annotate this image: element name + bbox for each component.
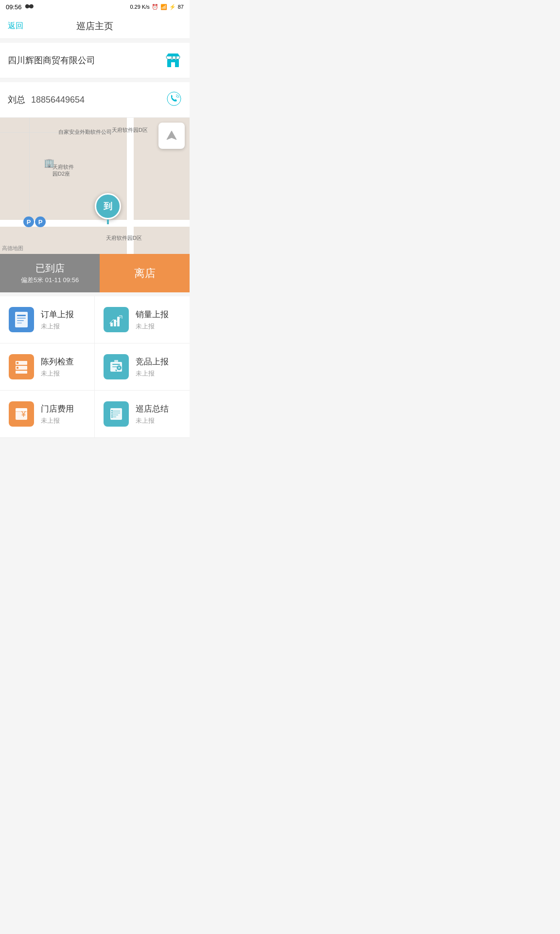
status-left: 09:56 bbox=[6, 3, 35, 11]
display-check-text: 陈列检查 未上报 bbox=[41, 356, 74, 378]
menu-item-order-report[interactable]: 订单上报 未上报 bbox=[0, 296, 95, 343]
order-report-status: 未上报 bbox=[41, 322, 74, 331]
leave-button[interactable]: 离店 bbox=[100, 254, 190, 292]
map-pin: 到 bbox=[95, 193, 121, 224]
menu-grid: 订单上报 未上报 销量上报 未上报 bbox=[0, 296, 190, 438]
svg-rect-10 bbox=[117, 317, 120, 326]
wifi-icon: 📶 bbox=[160, 4, 167, 10]
sales-icon bbox=[104, 307, 129, 332]
arrived-sub: 偏差5米 01-11 09:56 bbox=[5, 276, 95, 285]
svg-rect-13 bbox=[16, 371, 27, 374]
svg-rect-27 bbox=[110, 408, 122, 420]
svg-rect-34 bbox=[111, 414, 113, 416]
menu-item-tour-summary[interactable]: 巡店总结 未上报 bbox=[95, 391, 190, 438]
order-icon bbox=[9, 307, 34, 332]
display-icon bbox=[9, 354, 34, 379]
pin-tail bbox=[107, 219, 109, 224]
fee-icon: ¥ bbox=[9, 401, 34, 427]
parking-icon-2: P bbox=[35, 216, 46, 227]
back-button[interactable]: 返回 bbox=[8, 21, 23, 31]
order-report-text: 订单上报 未上报 bbox=[41, 309, 74, 331]
map-background: 天府软件园D区 自家安业外勤软件公司 天府软件园D2座 天府软件园D区 🏢 到 … bbox=[0, 118, 190, 254]
svg-rect-15 bbox=[17, 367, 18, 369]
tour-summary-text: 巡店总结 未上报 bbox=[136, 403, 169, 425]
shop-icon[interactable] bbox=[164, 52, 182, 69]
call-icon[interactable] bbox=[166, 91, 182, 108]
building-icon: 🏢 bbox=[44, 158, 54, 168]
sales-report-status: 未上报 bbox=[136, 322, 169, 331]
clock-icon: ⏰ bbox=[152, 4, 158, 10]
infinity-icon bbox=[25, 4, 35, 10]
parking-icon: P bbox=[23, 216, 34, 227]
order-report-label: 订单上报 bbox=[41, 309, 74, 320]
status-right: 0.29 K/s ⏰ 📶 ⚡ 87 bbox=[130, 4, 184, 10]
svg-rect-6 bbox=[17, 320, 24, 321]
arrived-title: 已到店 bbox=[5, 262, 95, 275]
competitor-report-label: 竞品上报 bbox=[136, 356, 169, 367]
tour-summary-label: 巡店总结 bbox=[136, 403, 169, 414]
svg-point-2 bbox=[167, 92, 181, 106]
svg-rect-4 bbox=[17, 315, 26, 316]
tour-summary-status: 未上报 bbox=[136, 416, 169, 425]
svg-rect-35 bbox=[111, 416, 113, 418]
map-container: 天府软件园D区 自家安业外勤软件公司 天府软件园D2座 天府软件园D区 🏢 到 … bbox=[0, 118, 190, 254]
menu-item-competitor-report[interactable]: 竞品上报 未上报 bbox=[95, 343, 190, 391]
svg-rect-26 bbox=[16, 411, 27, 412]
signal-icon: ⚡ bbox=[169, 4, 176, 10]
svg-rect-5 bbox=[17, 318, 26, 319]
map-label-tianfu-d: 天府软件园D区 bbox=[112, 126, 148, 134]
contact-row: 刘总 18856449654 bbox=[8, 94, 85, 106]
menu-item-display-check[interactable]: 陈列检查 未上报 bbox=[0, 343, 95, 391]
display-check-label: 陈列检查 bbox=[41, 356, 74, 367]
map-label-d2: 天府软件园D2座 bbox=[52, 163, 74, 178]
summary-icon bbox=[104, 401, 129, 427]
header: 返回 巡店主页 bbox=[0, 14, 190, 39]
svg-rect-1 bbox=[171, 62, 175, 67]
menu-item-sales-report[interactable]: 销量上报 未上报 bbox=[95, 296, 190, 343]
contact-phone: 18856449654 bbox=[31, 95, 85, 105]
svg-rect-19 bbox=[114, 360, 118, 362]
store-svg bbox=[165, 53, 181, 68]
network-speed: 0.29 K/s bbox=[130, 4, 149, 10]
contact-name: 刘总 bbox=[8, 94, 25, 106]
battery-level: 87 bbox=[178, 4, 184, 10]
svg-rect-14 bbox=[17, 362, 18, 364]
svg-rect-17 bbox=[112, 364, 120, 365]
navigate-button[interactable] bbox=[158, 123, 185, 149]
store-fee-status: 未上报 bbox=[41, 416, 74, 425]
svg-rect-8 bbox=[110, 323, 113, 326]
menu-item-store-fee[interactable]: ¥ 门店费用 未上报 bbox=[0, 391, 95, 438]
display-check-status: 未上报 bbox=[41, 369, 74, 378]
map-actions: 已到店 偏差5米 01-11 09:56 离店 bbox=[0, 254, 190, 292]
pin-label: 到 bbox=[95, 193, 121, 219]
svg-rect-33 bbox=[111, 413, 113, 414]
competitor-icon bbox=[104, 354, 129, 379]
sales-report-label: 销量上报 bbox=[136, 309, 169, 320]
map-label-company: 自家安业外勤软件公司 bbox=[58, 128, 112, 136]
gaode-logo: 高德地图 bbox=[2, 245, 23, 252]
status-time: 09:56 bbox=[6, 3, 22, 11]
arrived-button[interactable]: 已到店 偏差5米 01-11 09:56 bbox=[0, 254, 100, 292]
sales-report-text: 销量上报 未上报 bbox=[136, 309, 169, 331]
page-title: 巡店主页 bbox=[76, 20, 113, 33]
competitor-report-text: 竞品上报 未上报 bbox=[136, 356, 169, 378]
company-name: 四川辉图商贸有限公司 bbox=[8, 54, 95, 66]
svg-rect-7 bbox=[17, 323, 22, 323]
store-fee-label: 门店费用 bbox=[41, 403, 74, 414]
status-bar: 09:56 0.29 K/s ⏰ 📶 ⚡ 87 bbox=[0, 0, 190, 14]
store-fee-text: 门店费用 未上报 bbox=[41, 403, 74, 425]
svg-rect-3 bbox=[15, 312, 28, 327]
competitor-report-status: 未上报 bbox=[136, 369, 169, 378]
map-label-tianfu-d2: 天府软件园D区 bbox=[106, 234, 142, 242]
company-section: 四川辉图商贸有限公司 bbox=[0, 43, 190, 78]
svg-rect-32 bbox=[111, 410, 113, 412]
contact-section: 刘总 18856449654 bbox=[0, 82, 190, 118]
